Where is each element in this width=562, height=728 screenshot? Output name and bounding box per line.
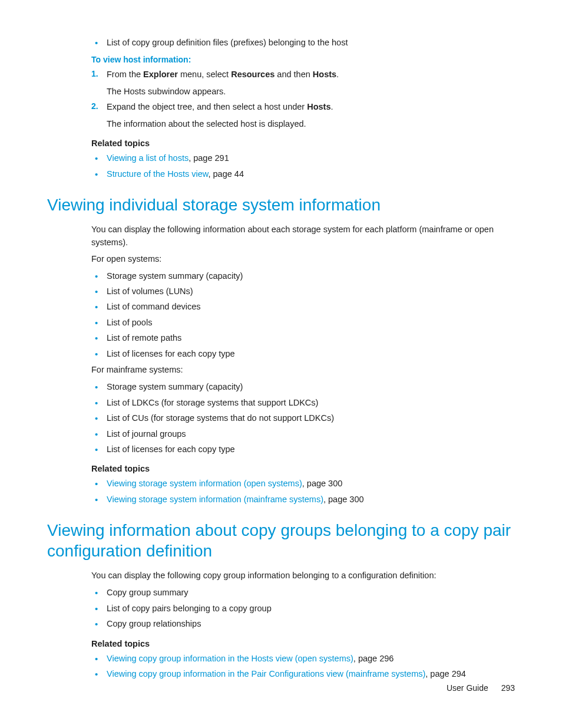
related-suffix: , page 300 xyxy=(323,495,364,504)
list-item: List of journal groups xyxy=(91,427,515,440)
list-item: Storage system summary (capacity) xyxy=(91,380,515,393)
body-text: You can display the following copy group… xyxy=(91,569,515,582)
bold-text: Explorer xyxy=(143,70,178,79)
bold-text: Resources xyxy=(231,70,275,79)
step-item: Expand the object tree, and then select … xyxy=(91,100,515,130)
step-text: . xyxy=(330,102,333,111)
related-suffix: , page 44 xyxy=(208,169,243,179)
list-item: List of licenses for each copy type xyxy=(91,443,515,456)
related-suffix: , page 296 xyxy=(353,654,394,663)
related-link[interactable]: Viewing copy group information in the Pa… xyxy=(107,669,425,678)
page-number: 293 xyxy=(501,683,515,693)
list-item: Viewing copy group information in the Ho… xyxy=(91,652,515,665)
related-topics-head: Related topics xyxy=(91,464,515,473)
step-text: and then xyxy=(275,70,313,79)
list-item: Structure of the Hosts view, page 44 xyxy=(91,167,515,180)
list-item: Viewing storage system information (main… xyxy=(91,493,515,506)
list-item: List of remote paths xyxy=(91,331,515,344)
step-text: Expand the object tree, and then select … xyxy=(107,102,307,111)
related-link[interactable]: Viewing copy group information in the Ho… xyxy=(107,654,353,663)
to-view-host-subhead: To view host information: xyxy=(91,55,515,64)
list-item: List of command devices xyxy=(91,300,515,313)
step-sub: The information about the selected host … xyxy=(107,117,515,130)
related-list: Viewing copy group information in the Ho… xyxy=(91,652,515,681)
intro-block: List of copy group definition files (pre… xyxy=(91,36,515,180)
heading-storage-system: Viewing individual storage system inform… xyxy=(47,195,515,215)
intro-bullet-list: List of copy group definition files (pre… xyxy=(91,36,515,49)
list-item: Copy group summary xyxy=(91,586,515,599)
body-text: For open systems: xyxy=(91,253,515,266)
step-text: . xyxy=(336,70,339,79)
step-text: menu, select xyxy=(178,70,231,79)
list-item: List of licenses for each copy type xyxy=(91,347,515,360)
list-item: List of pools xyxy=(91,316,515,329)
section2-block: You can display the following copy group… xyxy=(91,569,515,680)
copy-group-list: Copy group summary List of copy pairs be… xyxy=(91,586,515,630)
list-item: List of LDKCs (for storage systems that … xyxy=(91,396,515,409)
page: List of copy group definition files (pre… xyxy=(0,0,562,728)
list-item: Storage system summary (capacity) xyxy=(91,269,515,282)
related-topics-head: Related topics xyxy=(91,639,515,648)
list-item: Viewing storage system information (open… xyxy=(91,477,515,490)
body-text: For mainframe systems: xyxy=(91,364,515,377)
heading-copy-groups: Viewing information about copy groups be… xyxy=(47,520,515,561)
related-link[interactable]: Structure of the Hosts view xyxy=(107,169,208,179)
list-item: List of volumes (LUNs) xyxy=(91,285,515,298)
related-suffix: , page 294 xyxy=(425,669,466,678)
steps-list: From the Explorer menu, select Resources… xyxy=(91,68,515,130)
footer-label: User Guide xyxy=(447,683,488,693)
related-link[interactable]: Viewing storage system information (open… xyxy=(107,479,302,488)
related-suffix: , page 291 xyxy=(189,153,229,163)
list-item: List of copy group definition files (pre… xyxy=(91,36,515,49)
related-list: Viewing storage system information (open… xyxy=(91,477,515,506)
bold-text: Hosts xyxy=(313,70,336,79)
step-item: From the Explorer menu, select Resources… xyxy=(91,68,515,98)
step-text: From the xyxy=(107,70,143,79)
related-list: Viewing a list of hosts, page 291 Struct… xyxy=(91,151,515,180)
open-systems-list: Storage system summary (capacity) List o… xyxy=(91,269,515,361)
related-suffix: , page 300 xyxy=(302,479,343,488)
related-link[interactable]: Viewing a list of hosts xyxy=(107,153,189,163)
bold-text: Hosts xyxy=(307,102,330,111)
list-item: Copy group relationships xyxy=(91,617,515,630)
list-item: Viewing copy group information in the Pa… xyxy=(91,667,515,680)
list-item: Viewing a list of hosts, page 291 xyxy=(91,151,515,164)
page-footer: User Guide 293 xyxy=(447,683,515,693)
related-link[interactable]: Viewing storage system information (main… xyxy=(107,495,323,504)
body-text: You can display the following informatio… xyxy=(91,223,515,249)
related-topics-head: Related topics xyxy=(91,139,515,148)
list-item: List of copy pairs belonging to a copy g… xyxy=(91,602,515,615)
section1-block: You can display the following informatio… xyxy=(91,223,515,506)
step-sub: The Hosts subwindow appears. xyxy=(107,85,515,98)
mainframe-systems-list: Storage system summary (capacity) List o… xyxy=(91,380,515,456)
list-item: List of CUs (for storage systems that do… xyxy=(91,411,515,424)
